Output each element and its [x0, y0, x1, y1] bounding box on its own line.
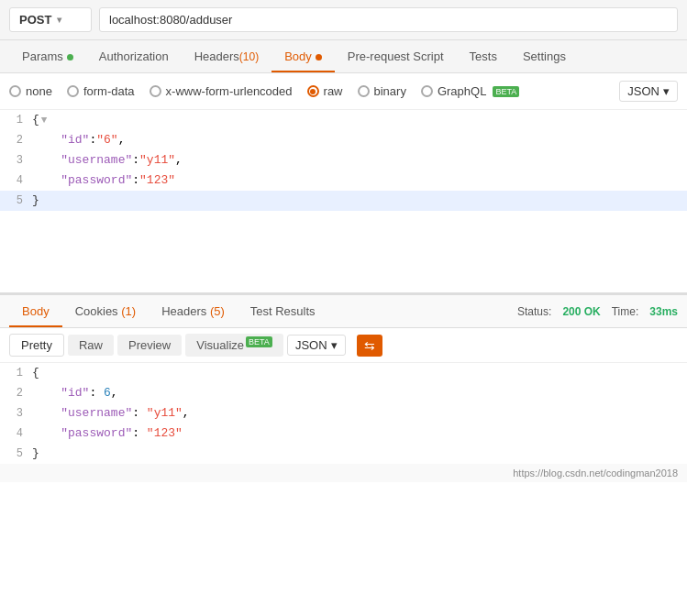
tab-settings[interactable]: Settings: [510, 40, 579, 72]
response-tab-test-results[interactable]: Test Results: [238, 295, 328, 327]
response-json-dropdown[interactable]: JSON ▾: [287, 335, 346, 356]
radio-none-circle: [9, 85, 21, 97]
resp-line-5: 5}: [0, 444, 687, 464]
time-label: Time:: [612, 305, 639, 318]
json-type-dropdown[interactable]: JSON ▾: [619, 81, 678, 102]
response-section: Body Cookies (1) Headers (5) Test Result…: [0, 293, 687, 482]
request-tab-bar: Params Authorization Headers(10) Body Pr…: [0, 40, 687, 73]
tab-headers[interactable]: Headers(10): [182, 40, 271, 72]
resp-line-3: 3 "username": "y11",: [0, 403, 687, 424]
view-tab-visualize[interactable]: VisualizeBETA: [185, 334, 283, 356]
req-line-2: 2 "id":"6",: [0, 130, 687, 150]
response-view-bar: Pretty Raw Preview VisualizeBETA JSON ▾ …: [0, 328, 687, 363]
tab-tests[interactable]: Tests: [457, 40, 510, 72]
response-tab-headers[interactable]: Headers (5): [149, 295, 238, 327]
view-tab-pretty[interactable]: Pretty: [9, 334, 64, 357]
radio-binary-circle: [358, 85, 370, 97]
params-dot: [67, 54, 73, 60]
resp-line-2: 2 "id": 6,: [0, 383, 687, 403]
url-bar: POST ▾: [0, 0, 687, 40]
wrap-button[interactable]: ⇆: [357, 335, 382, 357]
wrap-icon: ⇆: [364, 338, 375, 353]
radio-form-data[interactable]: form-data: [67, 84, 135, 98]
body-type-bar: none form-data x-www-form-urlencoded raw…: [0, 73, 687, 110]
radio-formdata-circle: [67, 85, 79, 97]
response-tab-body[interactable]: Body: [9, 295, 62, 327]
footer-link: https://blog.csdn.net/codingman2018: [0, 464, 687, 482]
method-chevron: ▾: [57, 15, 61, 25]
tab-params[interactable]: Params: [9, 40, 86, 72]
tab-prerequest[interactable]: Pre-request Script: [335, 40, 457, 72]
tab-authorization[interactable]: Authorization: [86, 40, 182, 72]
response-tab-cookies[interactable]: Cookies (1): [62, 295, 149, 327]
status-label: Status:: [517, 305, 551, 318]
method-label: POST: [19, 13, 51, 27]
view-tab-preview[interactable]: Preview: [117, 335, 182, 356]
req-line-5: 5}: [0, 191, 687, 211]
radio-none[interactable]: none: [9, 84, 52, 98]
resp-line-4: 4 "password": "123": [0, 424, 687, 444]
radio-urlencoded[interactable]: x-www-form-urlencoded: [150, 84, 293, 98]
status-code: 200 OK: [562, 305, 600, 318]
radio-urlencoded-circle: [150, 85, 161, 97]
request-body-editor[interactable]: 1{▼2 "id":"6",3 "username":"y11",4 "pass…: [0, 110, 687, 293]
radio-raw[interactable]: raw: [307, 84, 343, 98]
graphql-beta-badge: BETA: [493, 86, 519, 97]
method-dropdown[interactable]: POST ▾: [9, 7, 92, 32]
response-status: Status: 200 OK Time: 33ms: [517, 305, 678, 318]
radio-graphql-circle: [421, 85, 433, 97]
response-body-code: 1{2 "id": 6,3 "username": "y11",4 "passw…: [0, 363, 687, 464]
req-line-3: 3 "username":"y11",: [0, 150, 687, 170]
view-tab-raw[interactable]: Raw: [68, 335, 114, 356]
response-tab-bar: Body Cookies (1) Headers (5) Test Result…: [0, 295, 687, 328]
radio-graphql[interactable]: GraphQLBETA: [421, 84, 519, 98]
body-dot: [316, 54, 322, 60]
req-line-1: 1{▼: [0, 110, 687, 130]
req-line-4: 4 "password":"123": [0, 170, 687, 191]
url-input[interactable]: [99, 7, 678, 32]
json-chevron: ▾: [663, 84, 670, 98]
resp-line-1: 1{: [0, 363, 687, 383]
radio-raw-circle: [307, 85, 319, 97]
status-time: 33ms: [649, 305, 678, 318]
resp-json-chevron: ▾: [331, 338, 338, 352]
visualize-beta-badge: BETA: [246, 336, 272, 347]
radio-binary[interactable]: binary: [358, 84, 406, 98]
tab-body[interactable]: Body: [271, 40, 335, 72]
